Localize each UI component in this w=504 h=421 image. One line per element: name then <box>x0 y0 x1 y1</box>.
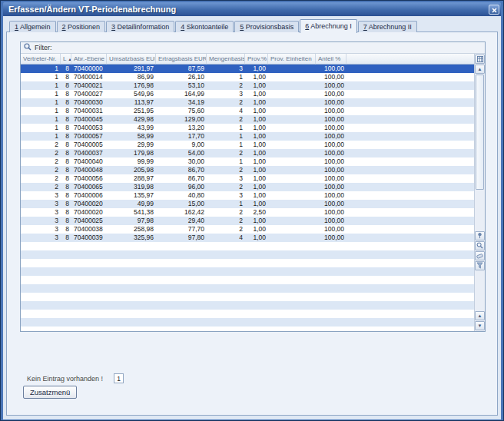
cell: 1,00 <box>245 200 268 208</box>
column-header[interactable]: Umsatzbasis EUR <box>107 54 156 65</box>
table-row[interactable]: 1870400031251,9575,6041,00100,00 <box>21 107 474 115</box>
cell: 100,00 <box>316 65 346 73</box>
tab-5[interactable]: 5 Provisionsbasis <box>234 21 299 32</box>
cell: 29,99 <box>107 141 156 149</box>
cell: 1,00 <box>245 81 268 90</box>
zoom-button[interactable] <box>475 241 485 250</box>
cell-filler <box>346 191 474 200</box>
scroll-up-bottom-button[interactable]: ▲ <box>475 311 485 320</box>
table-row[interactable]: 187040005343,9913,2011,00100,00 <box>21 124 474 132</box>
cell-filler <box>346 225 474 234</box>
cell: 70400065 <box>71 183 107 191</box>
table-row[interactable]: 1870400000291,9787,5931,00100,00 <box>21 65 474 73</box>
table-row[interactable]: 3870400006135,9740,8031,00100,00 <box>21 191 474 200</box>
cell: 58,99 <box>107 132 156 141</box>
tab-2[interactable]: 2 Positionen <box>57 21 106 32</box>
close-button[interactable] <box>489 5 499 15</box>
cell: 1,00 <box>245 183 268 191</box>
cell: 162,42 <box>156 208 207 217</box>
cell-filler <box>346 141 474 149</box>
zusatzmenu-button[interactable]: Zusatzmenü <box>23 386 77 399</box>
cell: 100,00 <box>316 217 346 225</box>
cell <box>268 81 316 90</box>
cell: 1 <box>207 124 245 132</box>
pin-button[interactable] <box>475 231 485 240</box>
table-row[interactable]: 287040004099,9930,0011,00100,00 <box>21 157 474 166</box>
tab-6[interactable]: 6 Abrechnung I <box>300 19 357 33</box>
table-row[interactable]: 3870400020541,38162,4222,50100,00 <box>21 208 474 217</box>
cell: 70400027 <box>71 90 107 98</box>
cell: 70400006 <box>71 191 107 200</box>
cell: 1,00 <box>245 234 268 242</box>
table-row[interactable]: 1870400045429,98129,0021,00100,00 <box>21 115 474 124</box>
cell: 8 <box>61 65 71 73</box>
cell: 77,70 <box>156 225 207 234</box>
column-header[interactable]: Anteil % <box>316 54 346 65</box>
column-header[interactable]: Abr.-Ebene <box>71 54 107 65</box>
cell: 8 <box>61 234 71 242</box>
table-row[interactable]: 2870400048205,9886,7021,00100,00 <box>21 166 474 174</box>
table-row[interactable]: 1870400027549,96164,9931,00100,00 <box>21 90 474 98</box>
scroll-up-button[interactable]: ▲ <box>475 65 485 74</box>
column-chooser-button[interactable] <box>475 55 485 64</box>
cell: 8 <box>61 107 71 115</box>
cell: 3 <box>21 217 61 225</box>
cell: 34,19 <box>156 98 207 107</box>
cell: 8 <box>61 132 71 141</box>
table-row[interactable]: 2870400056288,9786,7031,00100,00 <box>21 174 474 183</box>
column-header[interactable]: Vertreter-Nr. <box>21 54 61 65</box>
cell <box>268 174 316 183</box>
cell: 8 <box>61 115 71 124</box>
cell: 1,00 <box>245 73 268 81</box>
cell <box>268 217 316 225</box>
cell: 3 <box>207 65 245 73</box>
tab-3[interactable]: 3 Detailinformation <box>106 21 174 32</box>
table-row[interactable]: 187040001486,9926,1011,00100,00 <box>21 73 474 81</box>
scrollbar-thumb[interactable] <box>476 75 484 190</box>
cell: 8 <box>61 90 71 98</box>
cell: 1,00 <box>245 225 268 234</box>
table-row[interactable]: 3870400038258,9877,7021,00100,00 <box>21 225 474 234</box>
table-row[interactable]: 1870400021176,9853,1021,00100,00 <box>21 81 474 90</box>
column-header[interactable]: Mengenbasis <box>207 54 245 65</box>
cell: 100,00 <box>316 107 346 115</box>
table-row[interactable]: 387040002049,9915,0011,00100,00 <box>21 200 474 208</box>
cell <box>268 132 316 141</box>
tab-1[interactable]: 1 Allgemein <box>9 21 56 32</box>
table-row[interactable]: 2870400065319,9896,0021,00100,00 <box>21 183 474 191</box>
filter-row[interactable]: Filter: <box>21 42 485 54</box>
cell: 86,99 <box>107 73 156 81</box>
cell-filler <box>346 73 474 81</box>
scroll-down-button[interactable]: ▼ <box>475 321 485 330</box>
cell: 70400040 <box>71 157 107 166</box>
column-header-filler <box>346 54 474 65</box>
column-header[interactable]: Prov.% <box>245 54 268 65</box>
table-row[interactable]: 3870400039325,9697,8041,00100,00 <box>21 234 474 242</box>
cell: 1 <box>207 141 245 149</box>
cell: 3 <box>21 191 61 200</box>
cell: 2 <box>21 157 61 166</box>
cell: 8 <box>61 174 71 183</box>
titlebar[interactable]: Erfassen/Ändern VT-Periodenabrechnung <box>3 2 501 16</box>
tab-7[interactable]: 7 Abrechnung II <box>358 21 417 32</box>
clear-filter-button[interactable] <box>475 251 485 260</box>
cell: 3 <box>21 200 61 208</box>
status-row: Kein Eintrag vorhanden ! 1 <box>27 373 124 383</box>
table-row[interactable]: 2870400037179,9854,0021,00100,00 <box>21 149 474 157</box>
filter-button[interactable] <box>475 261 485 270</box>
table-row[interactable]: 387040002597,9829,4021,00100,00 <box>21 217 474 225</box>
table-row[interactable]: 1870400030113,9734,1921,00100,00 <box>21 98 474 107</box>
cell: 3 <box>207 174 245 183</box>
column-header[interactable]: Ertragsbasis EUR <box>156 54 207 65</box>
column-header[interactable]: L▲ <box>61 54 71 65</box>
cell: 70400005 <box>71 141 107 149</box>
column-header[interactable]: Prov. Einheiten <box>268 54 316 65</box>
cell: 100,00 <box>316 73 346 81</box>
cell: 1 <box>21 90 61 98</box>
cell: 8 <box>61 141 71 149</box>
tab-4[interactable]: 4 Skontoanteile <box>175 21 234 32</box>
table-row[interactable]: 187040005758,9917,7011,00100,00 <box>21 132 474 141</box>
cell: 2 <box>21 166 61 174</box>
cell: 3 <box>21 225 61 234</box>
table-row[interactable]: 287040000529,999,0011,00100,00 <box>21 141 474 149</box>
